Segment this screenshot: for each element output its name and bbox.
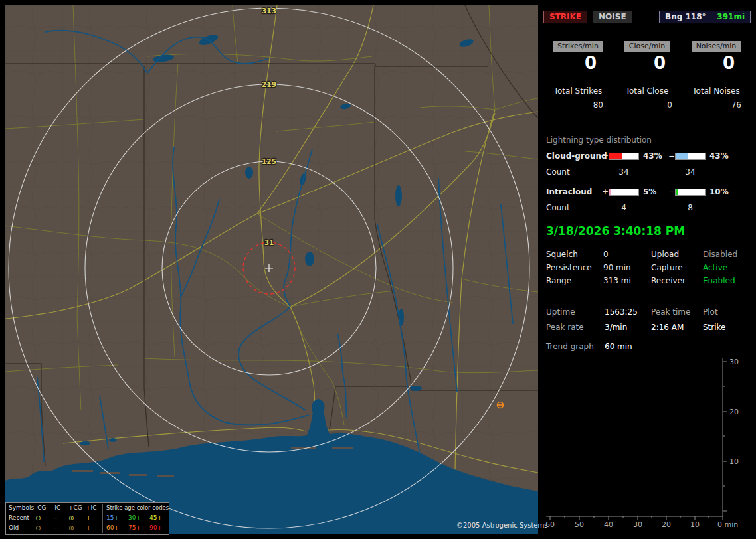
x-tick-50: 50 (575, 520, 584, 529)
neg-cg-recent-icon: ⊖ (35, 513, 41, 523)
cg-plus-count: 34 (609, 167, 639, 177)
ring-label-219: 219 (262, 80, 276, 88)
noises-per-min-value: 0 (682, 53, 751, 73)
pos-ic-old-icon: + (86, 523, 91, 533)
cg-minus-count: 34 (675, 167, 706, 177)
legend-old-row: Old ⊖ − ⊕ + 60+ 75+ 90+ (6, 523, 169, 533)
intracloud-count-row: Count 4 8 (543, 203, 751, 214)
close-per-min-value: 0 (613, 53, 682, 73)
range-label: Range (546, 276, 571, 285)
squelch-label: Squelch (546, 250, 578, 259)
legend-recent-row: Recent ⊖ − ⊕ + 15+ 30+ 45+ (6, 513, 169, 523)
total-strikes-label: Total Strikes (554, 86, 603, 96)
map-legend: Symbols -CG -IC +CG +IC Strike age color… (5, 502, 169, 535)
capture-label: Capture (651, 263, 683, 272)
minus-sign: − (668, 187, 675, 196)
age-badge-90: 90+ (149, 523, 162, 533)
ring-label-313: 313 (262, 7, 276, 15)
cloud-ground-row: Cloud-ground + 43% − 43% (543, 151, 751, 162)
cg-plus-bar (609, 153, 639, 160)
cloud-ground-label: Cloud-ground (546, 151, 607, 161)
y-tick-30: 30 (729, 358, 739, 366)
squelch-value: 0 (603, 250, 609, 259)
cg-minus-bar-fill (676, 153, 688, 159)
separator (543, 220, 751, 220)
legend-recent-label: Recent (9, 513, 29, 523)
upload-label: Upload (651, 250, 679, 259)
plot-label: Plot (703, 307, 718, 317)
mode-toolbar: STRIKE NOISE Bng 118° 391mi (543, 11, 751, 23)
age-badge-30: 30+ (128, 513, 141, 523)
legend-header-neg-cg: -CG (35, 503, 47, 513)
ic-plus-bar-fill (609, 189, 611, 195)
intracloud-label: Intracloud (546, 187, 592, 196)
uptime-label: Uptime (546, 307, 575, 317)
trend-graph: 30 20 10 60 50 40 30 20 10 0 min (543, 353, 751, 531)
total-close-value: 0 (613, 100, 682, 110)
trend-graph-label: Trend graph (546, 342, 594, 351)
settings-row: Range 313 mi Receiver Enabled (543, 276, 751, 289)
session-row: Uptime 1563:25 Peak time Plot (543, 307, 751, 323)
peak-rate-label: Peak rate (546, 323, 584, 332)
plus-sign: + (602, 187, 609, 196)
age-badge-45: 45+ (149, 513, 162, 523)
settings-row: Persistence 90 min Capture Active (543, 263, 751, 276)
total-strikes: Total Strikes 80 (543, 86, 613, 110)
x-tick-20: 20 (662, 520, 671, 529)
count-label: Count (546, 203, 570, 212)
legend-header-row: Symbols -CG -IC +CG +IC Strike age color… (6, 503, 169, 513)
total-strikes-value: 80 (543, 100, 613, 110)
pos-cg-recent-icon: ⊕ (68, 513, 74, 523)
count-label: Count (546, 167, 570, 177)
legend-symbols-title: Symbols (9, 503, 34, 513)
range-value: 313 mi (603, 276, 631, 285)
ic-minus-count: 8 (675, 203, 706, 212)
copyright-text: ©2005 Astrogenic Systems (456, 522, 547, 529)
total-noises-label: Total Noises (692, 86, 739, 96)
bearing-readout: Bng 118° 391mi (659, 11, 751, 23)
upload-status: Disabled (703, 250, 737, 259)
noises-per-min-column: Noises/min 0 (682, 41, 751, 73)
pos-cg-old-icon: ⊕ (68, 523, 74, 533)
neg-cg-old-icon: ⊖ (35, 523, 41, 533)
persistence-value: 90 min (603, 263, 631, 272)
strikes-per-min-value: 0 (543, 53, 613, 73)
legend-header-pos-ic: +IC (86, 503, 96, 513)
ic-plus-count: 4 (609, 203, 639, 212)
strike-mode-button[interactable]: STRIKE (543, 11, 587, 23)
ic-minus-bar-fill (676, 189, 678, 195)
uptime-value: 1563:25 (605, 307, 638, 317)
noise-mode-button[interactable]: NOISE (593, 11, 632, 23)
close-per-min-column: Close/min 0 (613, 41, 682, 73)
legend-header-pos-cg: +CG (68, 503, 82, 513)
total-close-label: Total Close (626, 86, 669, 96)
persistence-label: Persistence (546, 263, 592, 272)
neg-ic-old-icon: − (52, 523, 58, 533)
bearing-value: Bng 118° (665, 12, 706, 21)
total-close: Total Close 0 (613, 86, 682, 110)
cg-plus-pct: 43% (643, 151, 662, 161)
receiver-label: Receiver (651, 276, 686, 285)
ic-plus-pct: 5% (643, 187, 656, 196)
settings-grid: Squelch 0 Upload Disabled Persistence 90… (543, 250, 751, 289)
totals-row: Total Strikes 80 Total Close 0 Total Noi… (543, 86, 751, 110)
nexstorm-window: 313 219 125 31 ©2005 Astrogenic Systems … (0, 0, 756, 539)
x-tick-0-min: 0 min (717, 520, 738, 529)
trend-graph-header: Trend graph 60 min (543, 342, 751, 352)
rate-counters: Strikes/min 0 Close/min 0 Noises/min 0 (543, 41, 751, 73)
x-tick-40: 40 (604, 520, 613, 529)
plot-value: Strike (703, 323, 726, 332)
session-grid: Uptime 1563:25 Peak time Plot Peak rate … (543, 307, 751, 338)
x-tick-30: 30 (633, 520, 642, 529)
cg-minus-pct: 43% (709, 151, 729, 161)
capture-status: Active (703, 263, 727, 272)
total-noises-value: 76 (682, 100, 751, 110)
strikes-per-min-label: Strikes/min (553, 41, 603, 52)
ic-minus-bar (675, 189, 706, 196)
map-view[interactable]: 313 219 125 31 (5, 5, 538, 534)
strikes-per-min-column: Strikes/min 0 (543, 41, 613, 73)
map-svg: 313 219 125 31 (5, 5, 538, 534)
cg-plus-bar-fill (609, 153, 622, 159)
separator (543, 147, 751, 147)
separator (543, 301, 751, 301)
